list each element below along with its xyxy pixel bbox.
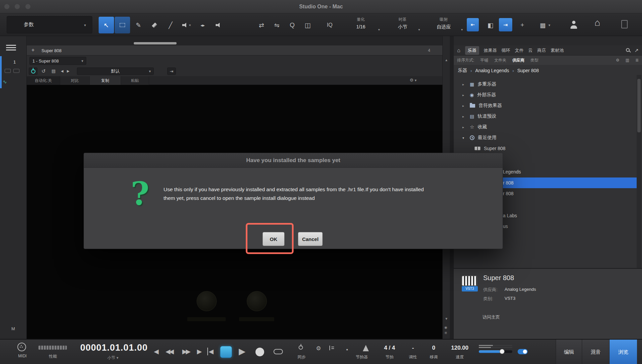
power-button[interactable] [29, 68, 37, 75]
sync-button[interactable] [299, 345, 303, 351]
bend-tool-button[interactable]: ◂▸ [195, 17, 210, 33]
time-unit-selector[interactable]: 小节 ▾ [80, 355, 145, 361]
input-quantize-button[interactable]: IQ [322, 17, 338, 33]
track-panel-toggle-button[interactable]: ◧ [484, 17, 497, 33]
midi-monitor[interactable] [17, 343, 26, 353]
editor-tab-super-808[interactable]: Super 808 [41, 48, 62, 53]
next-preset-button[interactable]: ▶ [67, 69, 70, 73]
scroll-up-arrow[interactable]: ▲ [445, 58, 448, 62]
filter-settings-button[interactable]: ⚙ [616, 58, 620, 63]
song-page-button[interactable] [621, 20, 628, 30]
horizontal-scrollbar[interactable] [134, 42, 177, 44]
plugin-knob[interactable] [247, 291, 267, 311]
meter-value[interactable]: 4 / 4 [378, 345, 401, 351]
params-dropdown[interactable]: 参数 ▾ [7, 16, 92, 33]
breadcrumb-instruments[interactable]: 乐器 [458, 68, 467, 74]
tree-item-multi-instruments[interactable]: ▸ ▦ 多重乐器 [454, 79, 642, 90]
snap-selector[interactable]: 吸附 自适应 ▾ [424, 17, 463, 33]
play-button[interactable]: ▶ [239, 346, 245, 357]
quantize-tool-button[interactable]: Q [285, 17, 300, 33]
list-icon[interactable]: ≣ [444, 331, 447, 335]
track-widget-icon[interactable] [5, 69, 11, 73]
automation-wave-icon[interactable]: ∿ [3, 79, 7, 85]
mix-page-button[interactable]: 混音 [582, 340, 609, 364]
breadcrumb-super-808[interactable]: Super 808 [517, 68, 539, 73]
quantize-selector[interactable]: 量化 1/16 ▾ [341, 17, 381, 33]
visit-homepage-link[interactable]: 访问主页 [483, 314, 500, 320]
edit-page-button[interactable]: 编辑 [556, 340, 582, 364]
tab-effects[interactable]: 效果器 [484, 47, 497, 53]
zoom-icon[interactable]: ◉ [444, 326, 447, 329]
eraser-tool-button[interactable] [147, 17, 162, 33]
sort-option-flat[interactable]: 平铺 [480, 57, 488, 63]
tree-item-external-instruments[interactable]: ▸ ◉ 外部乐器 [454, 90, 642, 100]
volume-slider[interactable] [479, 350, 512, 353]
metronome-button[interactable] [363, 345, 369, 353]
settings-button[interactable]: ⚙ [316, 345, 321, 352]
record-button[interactable] [255, 348, 264, 356]
breadcrumb-analog-legends[interactable]: Analog Legends [475, 68, 509, 73]
marker-track-label[interactable]: M [11, 326, 15, 331]
accent-button[interactable]: ● [346, 348, 348, 351]
start-page-button[interactable]: ⌂ [595, 17, 600, 28]
tempo-value[interactable]: 120.00 [446, 345, 473, 351]
tab-pool[interactable]: 素材池 [551, 47, 564, 53]
step-forward-button[interactable]: ▶ [197, 348, 202, 355]
listen-tool-button[interactable] [211, 17, 226, 33]
sort-option-type[interactable]: 类型 [530, 57, 538, 63]
tab-shop[interactable]: 商店 [537, 47, 546, 53]
track-selector-dropdown[interactable]: 1 - Super 808 ▾ [29, 57, 86, 65]
user-account-button[interactable] [570, 21, 577, 30]
tab-instruments[interactable]: 乐器 [465, 46, 479, 55]
tab-loops[interactable]: 循环 [502, 47, 510, 53]
tree-item-recent[interactable]: ▾ 最近使用 [454, 132, 642, 143]
step-back-button[interactable]: ◀ [154, 348, 159, 355]
prev-preset-button[interactable]: ◀ [61, 69, 64, 73]
arrow-tool-button[interactable]: ↖ [99, 17, 114, 33]
crosshair-toggle-button[interactable]: + [517, 17, 528, 33]
automation-state-button[interactable]: 自动化:关 [27, 76, 60, 85]
scroll-down-arrow[interactable]: ▼ [445, 317, 448, 321]
paint-tool-button[interactable]: ✎ [131, 17, 146, 33]
tree-item-favorites[interactable]: ▸ ☆ 收藏 [454, 122, 642, 132]
precount-button[interactable] [329, 346, 334, 352]
sort-option-folder[interactable]: 文件夹 [494, 57, 506, 63]
split-tool-button[interactable]: ╱ [163, 17, 178, 33]
tree-item-note-fx[interactable]: ▸ 音符效果器 [454, 100, 642, 111]
view-panel-button[interactable]: ▥ [626, 58, 629, 63]
mute-tool-button[interactable]: × [179, 17, 194, 33]
paste-button[interactable]: 粘贴 [121, 76, 149, 85]
cancel-button[interactable]: Cancel [298, 232, 323, 246]
view-list-button[interactable]: ≣ [635, 58, 639, 63]
track-widget-icon[interactable] [13, 69, 19, 73]
grid-options-button[interactable]: ▦▾ [535, 17, 555, 33]
transpose-value[interactable]: 0 [425, 345, 442, 351]
scrollbar-thumb[interactable] [637, 79, 641, 132]
sort-option-vendor[interactable]: 供应商 [512, 57, 524, 63]
loop-button[interactable] [274, 349, 283, 356]
tab-cloud[interactable]: 云 [528, 47, 533, 53]
volume-knob[interactable] [500, 349, 505, 354]
detach-panel-button[interactable]: ↗ [634, 47, 639, 53]
plugin-knob[interactable] [197, 291, 217, 311]
tree-item-super-808[interactable]: Super 808 [454, 143, 642, 154]
macro-tool-button[interactable]: ◫ [300, 17, 315, 33]
autoscroll-button[interactable]: ⇤ [467, 18, 479, 31]
preset-file-icon[interactable]: ▤ [51, 69, 56, 74]
preset-dropdown[interactable]: 默认 ▾ [77, 68, 154, 75]
stretch-mode-button[interactable]: ⇋ [270, 17, 284, 33]
monitor-toggle[interactable] [518, 349, 528, 356]
editor-settings-button[interactable]: ⚙ ▾ [410, 78, 417, 83]
browse-page-button[interactable]: 浏览 [609, 340, 637, 364]
add-tab-button[interactable]: + [31, 47, 34, 53]
undo-loop-icon[interactable]: ↺ [41, 68, 46, 74]
range-tool-button[interactable] [115, 17, 130, 33]
performance-meter[interactable] [38, 346, 67, 350]
fast-forward-button[interactable]: ▶▶ [182, 348, 189, 355]
key-value[interactable]: - [406, 345, 420, 351]
stop-button[interactable] [220, 346, 232, 358]
browser-scrollbar[interactable] [637, 75, 641, 268]
time-display[interactable]: 00001.01.01.00 [80, 343, 145, 353]
timebase-selector[interactable]: 时基 小节 ▾ [385, 17, 421, 33]
tree-item-track-presets[interactable]: ▸ ▤ 轨道预设 [454, 111, 642, 122]
